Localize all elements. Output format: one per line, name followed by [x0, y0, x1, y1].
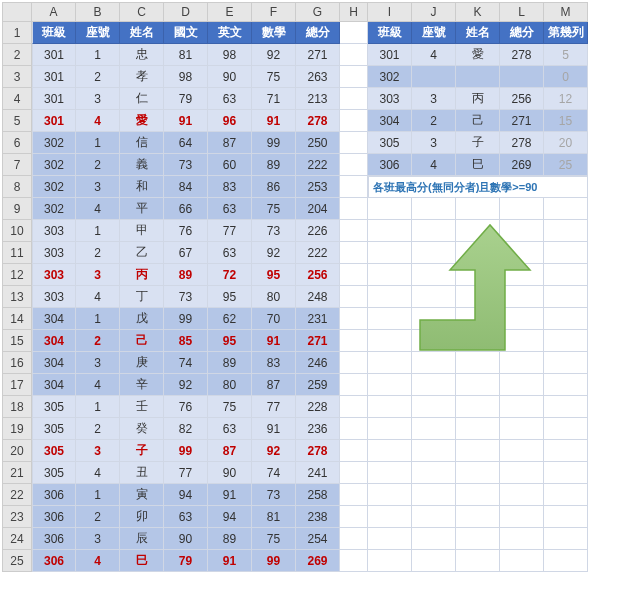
left-english[interactable]: 90	[208, 66, 252, 88]
left-math[interactable]: 92	[252, 242, 296, 264]
left-english[interactable]: 62	[208, 308, 252, 330]
right-rownum[interactable]: 0	[544, 66, 588, 88]
empty-cell[interactable]	[456, 462, 500, 484]
empty-cell[interactable]	[500, 396, 544, 418]
left-name[interactable]: 仁	[120, 88, 164, 110]
left-english[interactable]: 95	[208, 286, 252, 308]
left-hdr-total[interactable]: 總分	[296, 22, 340, 44]
left-seat[interactable]: 1	[76, 44, 120, 66]
right-class[interactable]: 302	[368, 66, 412, 88]
row-header-21[interactable]: 21	[2, 462, 32, 484]
col-header-K[interactable]: K	[456, 2, 500, 22]
left-name[interactable]: 孝	[120, 66, 164, 88]
right-name[interactable]: 子	[456, 132, 500, 154]
empty-cell[interactable]	[500, 550, 544, 572]
right-name[interactable]: 己	[456, 110, 500, 132]
empty-cell[interactable]	[368, 374, 412, 396]
empty-cell[interactable]	[368, 418, 412, 440]
row-header-16[interactable]: 16	[2, 352, 32, 374]
left-class[interactable]: 301	[32, 110, 76, 132]
right-class[interactable]: 306	[368, 154, 412, 176]
left-name[interactable]: 癸	[120, 418, 164, 440]
empty-cell[interactable]	[456, 506, 500, 528]
left-chinese[interactable]: 66	[164, 198, 208, 220]
left-seat[interactable]: 2	[76, 154, 120, 176]
left-math[interactable]: 74	[252, 462, 296, 484]
left-hdr-chinese[interactable]: 國文	[164, 22, 208, 44]
left-seat[interactable]: 4	[76, 550, 120, 572]
blank-h[interactable]	[340, 352, 368, 374]
right-rownum[interactable]: 15	[544, 110, 588, 132]
left-class[interactable]: 306	[32, 550, 76, 572]
blank-h[interactable]	[340, 506, 368, 528]
empty-cell[interactable]	[500, 418, 544, 440]
empty-cell[interactable]	[456, 418, 500, 440]
empty-cell[interactable]	[456, 484, 500, 506]
left-chinese[interactable]: 89	[164, 264, 208, 286]
empty-cell[interactable]	[412, 528, 456, 550]
left-chinese[interactable]: 91	[164, 110, 208, 132]
empty-cell[interactable]	[500, 352, 544, 374]
left-name[interactable]: 巳	[120, 550, 164, 572]
left-total[interactable]: 278	[296, 440, 340, 462]
left-total[interactable]: 222	[296, 154, 340, 176]
left-math[interactable]: 91	[252, 418, 296, 440]
blank-h[interactable]	[340, 154, 368, 176]
empty-cell[interactable]	[456, 528, 500, 550]
left-name[interactable]: 卯	[120, 506, 164, 528]
left-english[interactable]: 89	[208, 352, 252, 374]
empty-cell[interactable]	[544, 528, 588, 550]
empty-cell[interactable]	[544, 462, 588, 484]
left-math[interactable]: 73	[252, 220, 296, 242]
left-name[interactable]: 忠	[120, 44, 164, 66]
blank-h[interactable]	[340, 396, 368, 418]
right-hdr-class[interactable]: 班級	[368, 22, 412, 44]
left-seat[interactable]: 4	[76, 110, 120, 132]
left-seat[interactable]: 3	[76, 88, 120, 110]
left-math[interactable]: 99	[252, 550, 296, 572]
left-seat[interactable]: 4	[76, 286, 120, 308]
blank-h[interactable]	[340, 110, 368, 132]
left-seat[interactable]: 1	[76, 220, 120, 242]
empty-cell[interactable]	[500, 286, 544, 308]
left-class[interactable]: 301	[32, 44, 76, 66]
empty-cell[interactable]	[544, 484, 588, 506]
empty-cell[interactable]	[544, 440, 588, 462]
empty-cell[interactable]	[500, 528, 544, 550]
empty-cell[interactable]	[456, 220, 500, 242]
empty-cell[interactable]	[456, 308, 500, 330]
row-header-8[interactable]: 8	[2, 176, 32, 198]
empty-cell[interactable]	[544, 308, 588, 330]
empty-cell[interactable]	[368, 396, 412, 418]
left-name[interactable]: 寅	[120, 484, 164, 506]
empty-cell[interactable]	[456, 330, 500, 352]
left-class[interactable]: 304	[32, 308, 76, 330]
empty-cell[interactable]	[456, 396, 500, 418]
left-name[interactable]: 丁	[120, 286, 164, 308]
left-class[interactable]: 303	[32, 220, 76, 242]
col-header-M[interactable]: M	[544, 2, 588, 22]
empty-cell[interactable]	[500, 374, 544, 396]
empty-cell[interactable]	[368, 484, 412, 506]
right-rownum[interactable]: 20	[544, 132, 588, 154]
left-total[interactable]: 231	[296, 308, 340, 330]
left-chinese[interactable]: 94	[164, 484, 208, 506]
row-header-4[interactable]: 4	[2, 88, 32, 110]
row-header-20[interactable]: 20	[2, 440, 32, 462]
empty-cell[interactable]	[412, 330, 456, 352]
empty-cell[interactable]	[544, 550, 588, 572]
empty-cell[interactable]	[544, 220, 588, 242]
left-total[interactable]: 269	[296, 550, 340, 572]
left-name[interactable]: 壬	[120, 396, 164, 418]
left-math[interactable]: 99	[252, 132, 296, 154]
col-header-A[interactable]: A	[32, 2, 76, 22]
empty-cell[interactable]	[544, 506, 588, 528]
left-name[interactable]: 義	[120, 154, 164, 176]
empty-cell[interactable]	[412, 462, 456, 484]
left-name[interactable]: 庚	[120, 352, 164, 374]
left-math[interactable]: 77	[252, 396, 296, 418]
left-name[interactable]: 愛	[120, 110, 164, 132]
empty-cell[interactable]	[412, 440, 456, 462]
left-total[interactable]: 228	[296, 396, 340, 418]
left-math[interactable]: 75	[252, 198, 296, 220]
